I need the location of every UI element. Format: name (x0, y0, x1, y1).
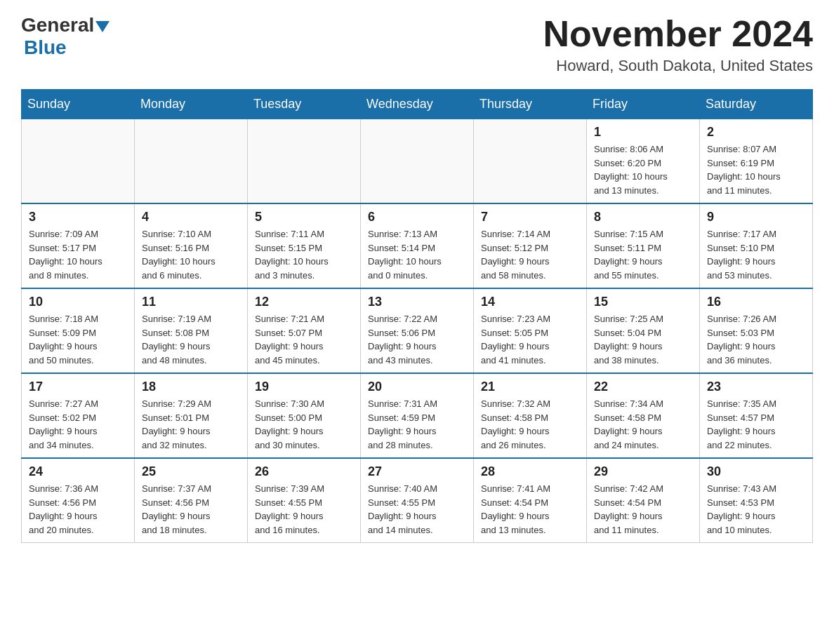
day-number: 6 (368, 210, 466, 224)
weekday-header-saturday: Saturday (700, 90, 813, 119)
calendar-cell (135, 119, 248, 204)
day-number: 21 (481, 380, 579, 394)
day-info: Sunrise: 7:39 AMSunset: 4:55 PMDaylight:… (255, 482, 353, 537)
title-area: November 2024 Howard, South Dakota, Unit… (543, 14, 813, 75)
calendar-cell: 12Sunrise: 7:21 AMSunset: 5:07 PMDayligh… (248, 288, 361, 373)
day-number: 30 (707, 464, 805, 479)
day-number: 27 (368, 464, 466, 479)
day-info: Sunrise: 7:32 AMSunset: 4:58 PMDaylight:… (481, 397, 579, 452)
day-info: Sunrise: 7:37 AMSunset: 4:56 PMDaylight:… (142, 482, 240, 537)
weekday-header-wednesday: Wednesday (361, 90, 474, 119)
calendar-cell: 17Sunrise: 7:27 AMSunset: 5:02 PMDayligh… (22, 373, 135, 458)
calendar-week-row: 10Sunrise: 7:18 AMSunset: 5:09 PMDayligh… (22, 288, 813, 373)
day-number: 14 (481, 295, 579, 309)
calendar-cell: 11Sunrise: 7:19 AMSunset: 5:08 PMDayligh… (135, 288, 248, 373)
day-info: Sunrise: 8:07 AMSunset: 6:19 PMDaylight:… (707, 142, 805, 197)
calendar-subtitle: Howard, South Dakota, United States (543, 57, 813, 75)
day-number: 9 (707, 210, 805, 224)
day-number: 11 (142, 295, 240, 309)
day-info: Sunrise: 7:10 AMSunset: 5:16 PMDaylight:… (142, 227, 240, 282)
calendar-cell: 16Sunrise: 7:26 AMSunset: 5:03 PMDayligh… (700, 288, 813, 373)
calendar-title: November 2024 (543, 14, 813, 54)
calendar-cell: 28Sunrise: 7:41 AMSunset: 4:54 PMDayligh… (474, 458, 587, 543)
day-number: 2 (707, 125, 805, 140)
day-number: 1 (594, 125, 692, 140)
day-info: Sunrise: 7:30 AMSunset: 5:00 PMDaylight:… (255, 397, 353, 452)
weekday-header-thursday: Thursday (474, 90, 587, 119)
day-info: Sunrise: 7:25 AMSunset: 5:04 PMDaylight:… (594, 312, 692, 367)
day-info: Sunrise: 7:36 AMSunset: 4:56 PMDaylight:… (29, 482, 127, 537)
day-number: 4 (142, 210, 240, 224)
calendar-cell (22, 119, 135, 204)
calendar-cell: 13Sunrise: 7:22 AMSunset: 5:06 PMDayligh… (361, 288, 474, 373)
day-info: Sunrise: 8:06 AMSunset: 6:20 PMDaylight:… (594, 142, 692, 197)
day-info: Sunrise: 7:27 AMSunset: 5:02 PMDaylight:… (29, 397, 127, 452)
day-info: Sunrise: 7:34 AMSunset: 4:58 PMDaylight:… (594, 397, 692, 452)
calendar-cell: 19Sunrise: 7:30 AMSunset: 5:00 PMDayligh… (248, 373, 361, 458)
calendar-cell: 14Sunrise: 7:23 AMSunset: 5:05 PMDayligh… (474, 288, 587, 373)
day-number: 15 (594, 295, 692, 309)
day-number: 13 (368, 295, 466, 309)
calendar-cell: 21Sunrise: 7:32 AMSunset: 4:58 PMDayligh… (474, 373, 587, 458)
day-number: 18 (142, 380, 240, 394)
weekday-header-tuesday: Tuesday (248, 90, 361, 119)
day-number: 22 (594, 380, 692, 394)
day-info: Sunrise: 7:40 AMSunset: 4:55 PMDaylight:… (368, 482, 466, 537)
calendar-cell: 3Sunrise: 7:09 AMSunset: 5:17 PMDaylight… (22, 203, 135, 288)
day-info: Sunrise: 7:19 AMSunset: 5:08 PMDaylight:… (142, 312, 240, 367)
logo-general-text: General (21, 14, 94, 36)
calendar-cell: 8Sunrise: 7:15 AMSunset: 5:11 PMDaylight… (587, 203, 700, 288)
calendar-cell: 1Sunrise: 8:06 AMSunset: 6:20 PMDaylight… (587, 119, 700, 204)
day-info: Sunrise: 7:43 AMSunset: 4:53 PMDaylight:… (707, 482, 805, 537)
day-info: Sunrise: 7:14 AMSunset: 5:12 PMDaylight:… (481, 227, 579, 282)
day-number: 8 (594, 210, 692, 224)
calendar-cell: 2Sunrise: 8:07 AMSunset: 6:19 PMDaylight… (700, 119, 813, 204)
calendar-cell: 25Sunrise: 7:37 AMSunset: 4:56 PMDayligh… (135, 458, 248, 543)
day-info: Sunrise: 7:18 AMSunset: 5:09 PMDaylight:… (29, 312, 127, 367)
day-info: Sunrise: 7:13 AMSunset: 5:14 PMDaylight:… (368, 227, 466, 282)
calendar-cell (361, 119, 474, 204)
day-number: 3 (29, 210, 127, 224)
calendar-week-row: 24Sunrise: 7:36 AMSunset: 4:56 PMDayligh… (22, 458, 813, 543)
day-info: Sunrise: 7:11 AMSunset: 5:15 PMDaylight:… (255, 227, 353, 282)
day-number: 25 (142, 464, 240, 479)
weekday-header-sunday: Sunday (22, 90, 135, 119)
day-info: Sunrise: 7:42 AMSunset: 4:54 PMDaylight:… (594, 482, 692, 537)
calendar-cell: 5Sunrise: 7:11 AMSunset: 5:15 PMDaylight… (248, 203, 361, 288)
day-number: 5 (255, 210, 353, 224)
day-info: Sunrise: 7:29 AMSunset: 5:01 PMDaylight:… (142, 397, 240, 452)
day-info: Sunrise: 7:41 AMSunset: 4:54 PMDaylight:… (481, 482, 579, 537)
logo-blue-text: Blue (21, 36, 67, 59)
weekday-header-friday: Friday (587, 90, 700, 119)
day-info: Sunrise: 7:15 AMSunset: 5:11 PMDaylight:… (594, 227, 692, 282)
day-number: 24 (29, 464, 127, 479)
calendar-cell: 23Sunrise: 7:35 AMSunset: 4:57 PMDayligh… (700, 373, 813, 458)
calendar-cell: 29Sunrise: 7:42 AMSunset: 4:54 PMDayligh… (587, 458, 700, 543)
calendar-cell: 6Sunrise: 7:13 AMSunset: 5:14 PMDaylight… (361, 203, 474, 288)
day-number: 23 (707, 380, 805, 394)
calendar-cell: 27Sunrise: 7:40 AMSunset: 4:55 PMDayligh… (361, 458, 474, 543)
calendar-cell: 20Sunrise: 7:31 AMSunset: 4:59 PMDayligh… (361, 373, 474, 458)
day-info: Sunrise: 7:22 AMSunset: 5:06 PMDaylight:… (368, 312, 466, 367)
day-number: 10 (29, 295, 127, 309)
calendar-week-row: 1Sunrise: 8:06 AMSunset: 6:20 PMDaylight… (22, 119, 813, 204)
day-number: 26 (255, 464, 353, 479)
day-number: 16 (707, 295, 805, 309)
day-number: 20 (368, 380, 466, 394)
calendar-cell: 15Sunrise: 7:25 AMSunset: 5:04 PMDayligh… (587, 288, 700, 373)
page-header: General Blue November 2024 Howard, South… (21, 14, 813, 75)
day-number: 28 (481, 464, 579, 479)
logo-triangle-icon (95, 21, 110, 32)
day-number: 19 (255, 380, 353, 394)
day-info: Sunrise: 7:09 AMSunset: 5:17 PMDaylight:… (29, 227, 127, 282)
calendar-cell: 7Sunrise: 7:14 AMSunset: 5:12 PMDaylight… (474, 203, 587, 288)
calendar-cell (474, 119, 587, 204)
calendar-cell: 9Sunrise: 7:17 AMSunset: 5:10 PMDaylight… (700, 203, 813, 288)
calendar-cell: 24Sunrise: 7:36 AMSunset: 4:56 PMDayligh… (22, 458, 135, 543)
calendar-cell: 4Sunrise: 7:10 AMSunset: 5:16 PMDaylight… (135, 203, 248, 288)
calendar-cell (248, 119, 361, 204)
weekday-header-monday: Monday (135, 90, 248, 119)
day-number: 17 (29, 380, 127, 394)
day-info: Sunrise: 7:26 AMSunset: 5:03 PMDaylight:… (707, 312, 805, 367)
day-info: Sunrise: 7:21 AMSunset: 5:07 PMDaylight:… (255, 312, 353, 367)
